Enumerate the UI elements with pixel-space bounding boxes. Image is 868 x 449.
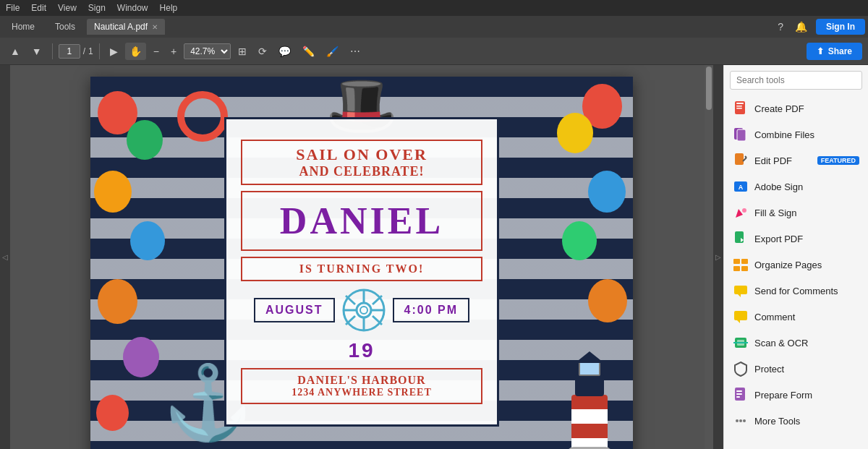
- tool-more-tools[interactable]: More Tools: [724, 408, 868, 434]
- next-page-button[interactable]: ▼: [27, 43, 46, 60]
- select-tool-button[interactable]: ▶: [106, 43, 122, 60]
- svg-rect-39: [736, 396, 740, 398]
- pdf-scroll-thumb[interactable]: [706, 67, 712, 110]
- svg-rect-23: [735, 231, 744, 243]
- svg-marker-30: [738, 294, 741, 297]
- tool-fill-sign[interactable]: Fill & Sign: [724, 200, 868, 226]
- tool-comment[interactable]: Comment: [724, 304, 868, 330]
- edit-pdf-icon: [733, 153, 749, 168]
- menu-edit[interactable]: Edit: [31, 3, 46, 13]
- zoom-fit-button[interactable]: ⊞: [234, 43, 251, 60]
- left-panel-handle[interactable]: ◁: [0, 65, 10, 449]
- zoom-in-button[interactable]: +: [166, 43, 181, 60]
- highlight-tool-button[interactable]: 🖌️: [322, 43, 343, 60]
- tool-edit-pdf[interactable]: Edit PDF FEATURED: [724, 147, 868, 174]
- menu-file[interactable]: File: [6, 3, 20, 13]
- svg-point-40: [736, 419, 739, 422]
- tab-current-file[interactable]: Nautical A.pdf ✕: [87, 19, 165, 35]
- adobe-sign-icon: A: [733, 179, 749, 194]
- ship-wheel-icon: [342, 288, 386, 332]
- invite-venue: DANIEL'S HARBOUR: [250, 374, 474, 387]
- combine-files-icon: [733, 127, 749, 142]
- tool-adobe-sign[interactable]: A Adobe Sign: [724, 174, 868, 200]
- svg-point-22: [742, 208, 746, 213]
- pdf-scrollbar[interactable]: [705, 65, 713, 449]
- svg-point-41: [739, 419, 742, 422]
- svg-rect-14: [736, 108, 742, 109]
- left-handle-icon: ◁: [2, 253, 8, 261]
- svg-point-10: [360, 307, 367, 314]
- more-tools-button[interactable]: ⋯: [346, 43, 365, 60]
- invite-address: 1234 ANYWHERE STREET: [250, 387, 474, 398]
- comment-tool-button[interactable]: 💬: [274, 43, 295, 60]
- tab-tools[interactable]: Tools: [46, 19, 84, 35]
- svg-point-42: [743, 419, 746, 422]
- organize-pages-icon: [733, 257, 749, 273]
- invite-header-box: SAIL ON OVER AND CELEBRATE!: [241, 140, 482, 185]
- help-icon[interactable]: ?: [775, 20, 786, 34]
- invite-time: 4:00 PM: [393, 298, 469, 322]
- page-separator: /: [83, 46, 85, 56]
- share-icon: ⬆: [817, 46, 824, 56]
- comment-label: Comment: [754, 312, 795, 322]
- invite-name: DANIEL: [250, 200, 474, 242]
- right-panel-handle[interactable]: ▷: [713, 65, 723, 449]
- menu-help[interactable]: Help: [160, 3, 178, 13]
- comment-icon: [733, 309, 749, 325]
- divider1: [52, 43, 53, 59]
- prepare-form-icon: [733, 387, 749, 403]
- tool-create-pdf[interactable]: Create PDF: [724, 95, 868, 121]
- send-comments-icon: [733, 283, 749, 299]
- page-navigation: / 1: [59, 44, 93, 59]
- svg-rect-31: [734, 311, 747, 320]
- tool-scan-ocr[interactable]: Scan & OCR: [724, 330, 868, 356]
- scan-ocr-label: Scan & OCR: [754, 338, 808, 348]
- tools-search-input[interactable]: [730, 71, 862, 90]
- svg-rect-25: [733, 259, 740, 264]
- tab-bar: Home Tools Nautical A.pdf ✕ ? 🔔 Sign In: [0, 16, 868, 38]
- invite-turning-box: IS TURNING TWO!: [241, 257, 482, 281]
- export-pdf-icon: [733, 231, 749, 247]
- adobe-sign-label: Adobe Sign: [754, 181, 803, 192]
- zoom-select[interactable]: 42.7%: [184, 43, 231, 59]
- share-button[interactable]: ⬆ Share: [807, 43, 862, 60]
- tab-close-button[interactable]: ✕: [152, 23, 158, 31]
- edit-pdf-label: Edit PDF: [754, 155, 792, 166]
- notifications-icon[interactable]: 🔔: [792, 20, 810, 34]
- tool-organize-pages[interactable]: Organize Pages: [724, 252, 868, 278]
- svg-rect-29: [734, 286, 747, 294]
- pan-tool-button[interactable]: ✋: [125, 43, 146, 60]
- pen-tool-button[interactable]: ✏️: [298, 43, 319, 60]
- tool-protect[interactable]: Protect: [724, 356, 868, 382]
- more-tools-label: More Tools: [754, 416, 800, 427]
- invite-card: SAIL ON OVER AND CELEBRATE! DANIEL IS TU…: [224, 117, 499, 427]
- invite-name-box: DANIEL: [241, 191, 482, 251]
- share-label: Share: [828, 46, 852, 56]
- tool-export-pdf[interactable]: Export PDF: [724, 226, 868, 252]
- menu-view[interactable]: View: [58, 3, 77, 13]
- pdf-viewer[interactable]: 🎩 ⚓: [10, 65, 713, 449]
- svg-point-1: [357, 303, 371, 317]
- svg-rect-27: [733, 266, 740, 271]
- page-number-input[interactable]: [59, 44, 80, 59]
- svg-marker-32: [737, 320, 740, 323]
- menu-sign[interactable]: Sign: [88, 3, 106, 13]
- menu-bar: File Edit View Sign Window Help: [0, 0, 868, 16]
- main-area: ◁: [0, 65, 868, 449]
- rotate-button[interactable]: ⟳: [254, 43, 271, 60]
- tool-send-comments[interactable]: Send for Comments: [724, 278, 868, 304]
- tab-file-name: Nautical A.pdf: [94, 22, 148, 32]
- protect-label: Protect: [754, 364, 784, 375]
- zoom-out-button[interactable]: −: [149, 43, 163, 60]
- tool-prepare-form[interactable]: Prepare Form: [724, 382, 868, 408]
- menu-window[interactable]: Window: [117, 3, 148, 13]
- invite-date-row: AUGUST: [241, 288, 482, 332]
- tab-home[interactable]: Home: [3, 19, 43, 35]
- sign-in-button[interactable]: Sign In: [816, 19, 865, 35]
- tool-combine-files[interactable]: Combine Files: [724, 121, 868, 147]
- prev-page-button[interactable]: ▲: [6, 43, 25, 60]
- svg-rect-28: [741, 266, 748, 271]
- more-tools-icon: [733, 413, 749, 429]
- send-comments-label: Send for Comments: [754, 286, 838, 296]
- pdf-page: 🎩 ⚓: [90, 77, 633, 449]
